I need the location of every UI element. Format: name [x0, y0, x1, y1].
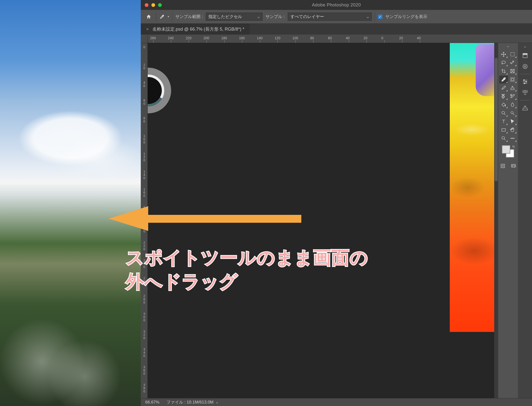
- svg-rect-2: [511, 78, 515, 82]
- svg-point-19: [524, 66, 526, 67]
- tools-panel: ›› ⇆: [498, 43, 518, 398]
- ruler-tick: 220: [186, 36, 191, 40]
- history-brush-tool[interactable]: [508, 92, 517, 100]
- svg-rect-3: [511, 78, 513, 81]
- swap-colors-button[interactable]: ⇆: [512, 145, 515, 148]
- ruler-tick: 320: [142, 330, 147, 340]
- svg-point-22: [524, 83, 525, 84]
- photoshop-window: Adobe Photoshop 2020 ▾ サンプル範囲 : 指定したピクセル…: [141, 0, 532, 406]
- vertical-scrollbar[interactable]: [494, 43, 498, 398]
- titlebar: Adobe Photoshop 2020: [141, 0, 532, 10]
- ruler-tick: 40: [346, 36, 350, 40]
- status-file-value: 10.1M/613.0M: [187, 400, 214, 405]
- magic-wand-tool[interactable]: [508, 59, 517, 67]
- brush-tool[interactable]: [499, 84, 508, 92]
- foreground-color-swatch[interactable]: [502, 145, 510, 154]
- svg-point-6: [511, 112, 513, 114]
- show-sample-ring-checkbox[interactable]: ✓: [378, 15, 382, 19]
- magnify-tool[interactable]: [499, 134, 508, 142]
- move-tool[interactable]: [499, 50, 508, 58]
- show-sample-ring-label: サンプルリングを表示: [385, 14, 427, 20]
- ruler-tick: 160: [142, 188, 147, 197]
- sample-layer-dropdown[interactable]: すべてのレイヤー⌵: [288, 13, 372, 21]
- panel-stamps-icon[interactable]: [520, 103, 530, 113]
- ruler-tick: 60: [328, 36, 332, 40]
- ruler-tick: 120: [142, 152, 147, 162]
- ruler-tick: 60: [142, 99, 147, 105]
- color-swatches[interactable]: ⇆: [502, 145, 514, 158]
- svg-point-21: [526, 81, 527, 82]
- ruler-tick: 300: [142, 312, 147, 322]
- ruler-tick: 20: [399, 36, 403, 40]
- home-button[interactable]: [144, 12, 153, 21]
- ruler-tick: 180: [142, 205, 147, 215]
- rectangle-tool[interactable]: [499, 126, 508, 134]
- svg-point-13: [502, 165, 504, 167]
- dodge-tool[interactable]: [508, 109, 517, 117]
- ruler-tick: 140: [142, 170, 147, 180]
- panel-color-icon[interactable]: [520, 77, 530, 87]
- sample-size-dropdown[interactable]: 指定したピクセル⌵: [206, 13, 263, 21]
- ruler-tick: 80: [310, 36, 314, 40]
- window-zoom-button[interactable]: [158, 3, 162, 7]
- collapse-tools-button[interactable]: ››: [499, 44, 517, 49]
- panel-swatches-icon[interactable]: [520, 88, 530, 98]
- ruler-tick: 360: [142, 365, 147, 375]
- quickmask-button[interactable]: [499, 162, 506, 170]
- panel-layers-icon[interactable]: [520, 51, 530, 61]
- paint-bucket-tool[interactable]: [499, 101, 508, 109]
- ruler-vertical[interactable]: 0204060801001201401601802002202402602803…: [141, 43, 148, 398]
- close-tab-button[interactable]: ×: [146, 27, 149, 32]
- zoom-level[interactable]: 66.67%: [145, 400, 160, 405]
- svg-point-4: [511, 94, 512, 96]
- ruler-tick: 240: [142, 259, 147, 268]
- frame-tool[interactable]: [508, 67, 517, 75]
- more-tool[interactable]: [508, 134, 517, 142]
- ruler-tick: 40: [142, 81, 147, 87]
- ruler-tick: 160: [239, 36, 245, 40]
- ruler-tick: 80: [142, 117, 147, 123]
- tool-preset-dropdown[interactable]: ▾: [168, 15, 169, 18]
- window-close-button[interactable]: [145, 3, 148, 7]
- blur-tool[interactable]: [508, 101, 517, 109]
- svg-point-11: [513, 138, 514, 139]
- crop-tool[interactable]: [499, 67, 508, 75]
- ruler-tick: 20: [364, 36, 368, 40]
- app-title: Adobe Photoshop 2020: [312, 2, 361, 8]
- ruler-horizontal[interactable]: 2602402202001801601401201008060402002040: [141, 35, 532, 43]
- type-tool[interactable]: [499, 118, 508, 125]
- path-select-tool[interactable]: [508, 118, 517, 125]
- svg-rect-12: [501, 164, 505, 168]
- ruler-tick: 180: [221, 36, 227, 40]
- options-bar: ▾ サンプル範囲 : 指定したピクセル⌵ サンプル : すべてのレイヤー⌵ ✓ …: [141, 10, 532, 24]
- canvas-area[interactable]: [148, 43, 494, 398]
- panel-channels-icon[interactable]: [520, 61, 530, 71]
- svg-rect-0: [511, 53, 514, 56]
- canvas-image: [450, 43, 494, 332]
- collapse-dock-button[interactable]: ‹‹: [524, 45, 526, 49]
- frame-select-tool[interactable]: [508, 76, 517, 83]
- spot-heal-tool[interactable]: [499, 92, 508, 100]
- ruler-tick: 200: [204, 36, 209, 40]
- desktop-background: [0, 0, 141, 406]
- svg-point-10: [512, 138, 513, 139]
- eyedropper-tool[interactable]: [499, 76, 508, 83]
- ruler-tick: 40: [417, 36, 421, 40]
- ruler-tick: 380: [142, 383, 147, 393]
- window-minimize-button[interactable]: [151, 3, 155, 7]
- svg-point-20: [523, 80, 524, 81]
- status-bar: 66.67% ファイル : 10.1M/613.0M: [141, 398, 532, 406]
- screenmode-button[interactable]: [510, 162, 517, 170]
- marquee-tool[interactable]: [508, 50, 517, 58]
- zoom-tool[interactable]: [499, 109, 508, 117]
- document-tab[interactable]: × 名称未設定.psd @ 66.7% (長方形 5, RGB/8*) *: [141, 24, 250, 35]
- eyedropper-sample-ring: [148, 68, 171, 113]
- svg-rect-15: [512, 165, 514, 167]
- lasso-tool[interactable]: [499, 59, 508, 67]
- hand-tool[interactable]: [508, 126, 517, 134]
- clone-stamp-tool[interactable]: [508, 84, 517, 92]
- ruler-tick: 260: [142, 277, 147, 286]
- ruler-tick: 340: [142, 348, 147, 357]
- ruler-tick: 0: [381, 36, 383, 40]
- svg-rect-17: [523, 53, 527, 55]
